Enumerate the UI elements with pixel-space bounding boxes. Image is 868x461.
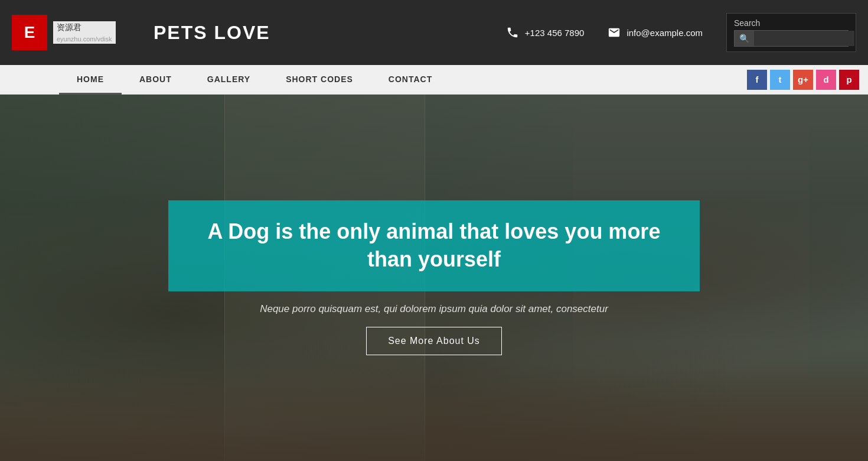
nav-item-home[interactable]: HOME <box>59 65 122 95</box>
pinterest-button[interactable]: p <box>839 70 859 90</box>
nav-item-about[interactable]: ABOUT <box>122 65 190 95</box>
hero-quote: A Dog is the only animal that loves you … <box>204 218 664 274</box>
see-more-button[interactable]: See More About Us <box>366 327 502 355</box>
googleplus-button[interactable]: g+ <box>793 70 813 90</box>
phone-contact: +123 456 7890 <box>506 26 585 39</box>
email-icon <box>608 26 621 39</box>
email-contact: info@example.com <box>608 26 703 39</box>
hero-content: A Dog is the only animal that loves you … <box>0 95 868 461</box>
logo-icon: E <box>12 15 47 50</box>
facebook-button[interactable]: f <box>747 70 767 90</box>
navbar: HOME ABOUT GALLERY SHORT CODES CONTACT f… <box>0 65 868 95</box>
social-icons: f t g+ d p <box>738 65 868 94</box>
search-box: Search 🔍 <box>726 13 856 52</box>
nav-item-contact[interactable]: CONTACT <box>371 65 450 95</box>
phone-icon <box>506 26 519 39</box>
search-button[interactable]: 🔍 <box>735 31 754 46</box>
logo-chinese: 资源君 <box>53 21 116 34</box>
site-title: PETS LOVE <box>154 22 506 44</box>
hero-section: A Dog is the only animal that loves you … <box>0 95 868 461</box>
hero-subtext: Neque porro quisquam est, qui dolorem ip… <box>260 303 608 315</box>
twitter-button[interactable]: t <box>770 70 790 90</box>
search-input[interactable] <box>754 31 854 46</box>
hero-quote-box: A Dog is the only animal that loves you … <box>168 200 700 291</box>
contact-info: +123 456 7890 info@example.com <box>506 26 703 39</box>
phone-number: +123 456 7890 <box>525 28 585 38</box>
nav-item-gallery[interactable]: GALLERY <box>190 65 268 95</box>
email-address: info@example.com <box>626 28 703 38</box>
nav-links: HOME ABOUT GALLERY SHORT CODES CONTACT <box>0 65 738 94</box>
search-input-wrap: 🔍 <box>734 30 849 47</box>
logo-text: 资源君 eyunzhu.com/vdisk <box>53 21 116 44</box>
dribbble-button[interactable]: d <box>816 70 836 90</box>
nav-item-shortcodes[interactable]: SHORT CODES <box>268 65 371 95</box>
search-label: Search <box>734 18 849 28</box>
logo-area: E 资源君 eyunzhu.com/vdisk <box>12 15 136 50</box>
header-top: E 资源君 eyunzhu.com/vdisk PETS LOVE +123 4… <box>0 0 868 65</box>
logo-url: eyunzhu.com/vdisk <box>53 34 116 44</box>
